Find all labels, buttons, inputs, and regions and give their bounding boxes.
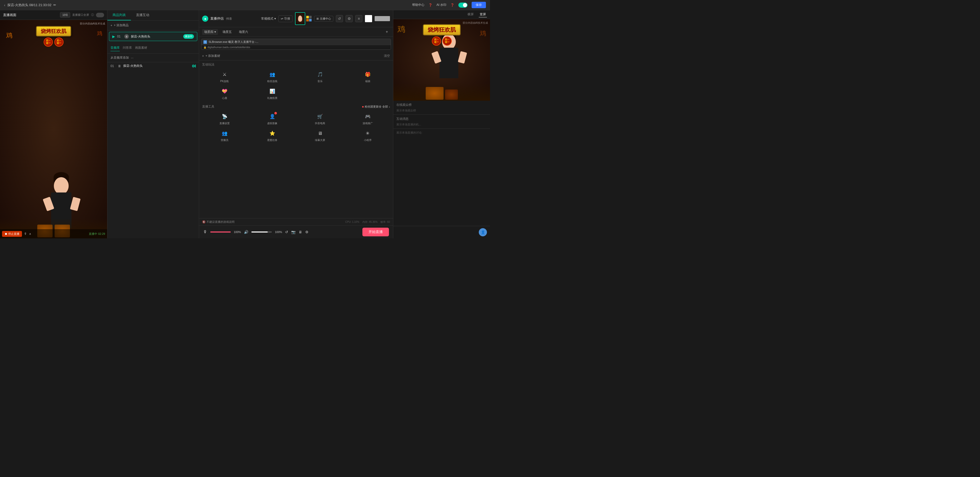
refresh-btn[interactable]: ↺ [336,15,343,22]
back-arrow[interactable]: ‹ [4,3,5,7]
pause-icon[interactable]: ⏸ [124,34,129,39]
bbq-circle-2: 买一送一 [54,38,64,47]
green-screen-icon: 🖥 [316,129,324,138]
bbq-banner: 烧烤狂欢肌 买一送一 买一送一 [36,26,71,47]
product-item: ▶ 01 ⏸ 探店-火热街头 播放中 [109,32,197,41]
audio-pause-btn[interactable]: ⏸ [118,64,121,68]
filter-btn[interactable]: 滤镜 [60,12,70,17]
gift-bag-label: 福袋 [365,79,370,83]
tool-star-task[interactable]: ⭐ 星图任务 [249,128,296,144]
tool-mini-program[interactable]: ✳ 小程序 [344,128,391,144]
tab-qa[interactable]: 问答库 [123,44,132,51]
add-material-btn[interactable]: + + 添加素材 [202,54,220,58]
tab-horizontal[interactable]: 横屏 [466,12,475,17]
gift-vote-item[interactable]: 📊 礼物投票 [249,86,296,101]
mode-selector[interactable]: 常规模式 ▾ [261,17,276,21]
wish-icon: 💝 [221,87,229,95]
start-live-button[interactable]: 开始直播 [363,228,389,236]
douyin-tag: ·抖音 [226,17,232,21]
save-button[interactable]: 保存 [472,2,486,8]
ecommerce-icon: 🛒 [316,113,324,120]
host-center-btn[interactable]: 直播伴侣 ⊞ 主播中心 [314,16,333,22]
scene-selector[interactable]: 场景四 ▾ [202,29,218,35]
thumb-preview-1[interactable] [295,12,305,25]
play-icon[interactable]: ▶ [112,35,115,38]
tool-virtual-avatar[interactable]: 👤 虚拟形象 [249,111,296,127]
browser-url[interactable]: digitalhuman.baidu.com/artistelite/obs [207,46,250,49]
avatar-head [54,177,68,195]
dots-btn[interactable]: ··· [131,56,134,60]
speaker-toolbar-icon[interactable]: 🔊 [244,230,248,234]
ai-watermark-left: 部分内容由AI技术生成 [80,22,105,25]
chevron-up-icon[interactable]: ∧ [29,232,31,236]
tab-library[interactable]: 音频库 [110,44,120,51]
rotate-icon[interactable]: ↺ [285,230,288,234]
pk-connect-item[interactable]: ⚔ PK连线 [201,69,248,85]
from-library-btn[interactable]: 从音频库添加 [110,55,129,60]
swatch-orange [306,19,309,21]
tab-product-list[interactable]: 商品列表 [107,10,131,21]
ai-watermark-toggle[interactable] [458,3,468,8]
tools-header: 直播工具 粉丝团更新全 全部 › [199,103,393,110]
virtual-avatar-icon: 👤 [268,113,277,120]
companion-panel: ◉ 直播伴侣 ·抖音 常规模式 ▾ ⇌ 导播 [199,10,393,238]
volume-track-1[interactable] [210,231,231,233]
add-product-label: + 添加商品 [114,23,129,27]
gift-bag-item[interactable]: 🎁 福袋 [344,69,391,85]
edit-icon[interactable]: ✏ [53,3,56,7]
mic-toolbar-icon[interactable]: 🎙 [203,230,207,234]
info-icon[interactable]: ⓘ [91,13,94,17]
color-picker[interactable] [375,16,390,21]
add-product-row[interactable]: + + 添加商品 [107,21,199,30]
right-bbq-banner: 烧烤狂欢肌 [423,24,461,35]
right-food-1 [426,87,444,100]
tool-broadcaster[interactable]: 👥 营播员 [201,128,248,144]
monitor-icon[interactable]: 🖥 [299,230,302,234]
help-center-label[interactable]: 帮助中心 [412,3,425,7]
white-square-btn[interactable] [365,15,372,22]
settings-icon-btn[interactable]: ⚙ [345,15,353,22]
right-bbq-text: 烧烤狂欢肌 [428,27,456,33]
volume-track-2[interactable] [251,231,272,233]
gear-toolbar-icon[interactable]: ⚙ [305,230,309,234]
no-game-hint[interactable]: 🔇 不建议直播的游戏说明 [202,220,234,224]
left-panel-header: 直播画面 滤镜 直播窗口全屏 ⓘ [0,10,107,20]
tool-ecommerce[interactable]: 🛒 抖音电商 [297,111,343,127]
fans-connect-item[interactable]: 👥 粉丝连线 [249,69,296,85]
fullscreen-label[interactable]: 直播窗口全屏 [72,13,89,17]
fans-update-label[interactable]: 粉丝团更新全 全部 [365,105,388,109]
menu-btn[interactable]: ≡ [355,15,363,22]
interact-section-title: 互动玩法 [199,60,393,68]
music-item[interactable]: 🎵 音乐 [297,69,343,85]
tab-canvas[interactable]: 画面素材 [135,44,147,51]
gift-bag-icon: 🎁 [364,70,372,79]
cpu-label: CPU: 1.10% [345,220,360,223]
clear-btn[interactable]: 清空 [384,54,390,58]
bbq-circles: 买一送一 买一送一 [44,38,64,47]
tab-vertical[interactable]: 竖屏 [479,12,487,17]
user-avatar-icon[interactable]: 👤 [479,228,487,236]
browser-window: S SLBrowser.exe 曦灵-数字人直播平台 -... 🔒 digita… [201,39,391,50]
guide-export-btn[interactable]: ⇌ 导播 [278,15,293,22]
tool-live-settings[interactable]: 📡 直播设置 [201,111,248,127]
wish-item[interactable]: 💝 心愿 [201,86,248,101]
tool-green-screen[interactable]: 🖥 绿幕大屏 [297,128,343,144]
right-panel: 横屏 竖屏 鸡 鸡 部分内容由AI技术生成 烧烤狂欢肌 买一送一 买一送一 [393,10,490,238]
fullscreen-toggle[interactable] [96,13,104,17]
right-avatar-body [439,48,458,78]
tab-live-interact[interactable]: 直播互动 [131,10,154,21]
scene-row: 场景四 ▾ 场景五 场景六 + [199,27,393,37]
browser-urlbar: 🔒 digitalhuman.baidu.com/artistelite/obs [201,45,391,49]
star-task-label: 星图任务 [267,138,277,142]
tool-game-promo[interactable]: 🎮 游戏推广 [344,111,391,127]
scene-five-btn[interactable]: 场景五 [220,29,234,35]
scene-six-btn[interactable]: 场景六 [236,29,251,35]
volume-pct-2: 100% [275,230,282,233]
swatch-yellow [306,16,309,18]
add-scene-btn[interactable]: + [384,29,390,35]
camera-icon[interactable]: 📷 [291,230,296,234]
stop-live-button[interactable]: ⏹ 停止直播 [2,231,22,237]
mic-bottom-icon[interactable]: 🎙 [24,232,27,236]
playing-badge: 播放中 [183,34,194,39]
discussion-section: 展示本场直播的讨论: [393,129,490,226]
